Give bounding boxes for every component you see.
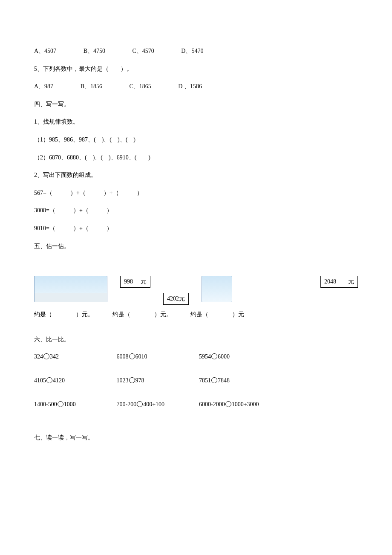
q5-option-c: C、1865 — [129, 82, 151, 91]
section6-title: 六、比一比。 — [34, 335, 358, 344]
compare-row-2: 41054120 1023978 78517848 — [34, 377, 358, 384]
section4-p1a: （1）985、986、987、( )、( )、( ) — [34, 136, 358, 144]
approx-1: 约是（ ）元。 — [34, 311, 94, 318]
price-box-2: 4202元 — [163, 293, 189, 305]
q4-option-d: D、5470 — [181, 47, 203, 55]
price-1-unit: 元 — [141, 278, 147, 285]
appliance-illustration-1 — [34, 276, 107, 302]
q4-option-c: C、4570 — [132, 47, 154, 55]
price3-col: 2048元 — [320, 276, 358, 289]
price-3-unit: 元 — [348, 278, 354, 285]
section4-p2a: 567=（ ）+（ ）+（ ） — [34, 189, 358, 197]
q4-option-a: A、4507 — [34, 47, 56, 55]
appliance-illustration-3 — [202, 276, 232, 302]
section4-p1: 1、找规律填数。 — [34, 118, 358, 126]
section5-items: 998元 4202元 2048元 — [34, 276, 358, 306]
cmp-2-3: 78517848 — [199, 377, 280, 384]
compare-row-1: 324342 60086010 59546000 — [34, 353, 358, 360]
cmp-3-1: 1400-5001000 — [34, 401, 115, 408]
compare-row-3: 1400-5001000 700-200400+100 6000-2000100… — [34, 401, 358, 408]
price2-col: 4202元 — [163, 293, 189, 306]
approx-2: 约是（ ）元。 — [112, 311, 172, 318]
price-2-value: 4202元 — [167, 295, 185, 302]
section4-title: 四、写一写。 — [34, 100, 358, 109]
item1-col — [34, 276, 107, 305]
price-box-3: 2048元 — [320, 276, 358, 288]
cmp-1-3: 59546000 — [199, 353, 280, 360]
q5-stem: 5、下列各数中，最大的是（ ）。 — [34, 65, 358, 73]
approx-3: 约是（ ）元 — [190, 311, 244, 318]
section4-p1b: （2）6870、6880、( )、( )、6910、( ) — [34, 153, 358, 162]
worksheet-page: A、4507 B、4750 C、4570 D、5470 5、下列各数中，最大的是… — [0, 0, 392, 468]
price-box-1: 998元 — [120, 276, 150, 288]
cmp-3-3: 6000-20001000+3000 — [199, 401, 310, 408]
item3-col — [202, 276, 232, 305]
q5-option-b: B、1856 — [81, 82, 102, 91]
q5-option-d: D 、1586 — [178, 82, 202, 91]
section4-p2c: 9010=（ ）+（ ） — [34, 224, 358, 233]
cmp-3-2: 700-200400+100 — [117, 401, 198, 408]
price-1-value: 998 — [124, 278, 133, 285]
section4-p2b: 3008=（ ）+（ ） — [34, 206, 358, 215]
price-3-value: 2048 — [324, 278, 336, 285]
cmp-2-2: 1023978 — [117, 377, 198, 384]
section5-title: 五、估一估。 — [34, 242, 358, 251]
section4-p2: 2、写出下面数的组成。 — [34, 171, 358, 179]
q4-options-line: A、4507 B、4750 C、4570 D、5470 — [34, 47, 358, 55]
cmp-1-2: 60086010 — [117, 353, 198, 360]
q4-option-b: B、4750 — [84, 47, 105, 55]
q5-options-line: A、987 B、1856 C、1865 D 、1586 — [34, 82, 358, 91]
price1-col: 998元 — [120, 276, 150, 289]
q5-option-a: A、987 — [34, 82, 53, 91]
approx-row: 约是（ ）元。 约是（ ）元。 约是（ ）元 — [34, 311, 358, 318]
cmp-2-1: 41054120 — [34, 377, 115, 384]
cmp-1-1: 324342 — [34, 353, 115, 360]
section7-title: 七、读一读，写一写。 — [34, 434, 358, 442]
